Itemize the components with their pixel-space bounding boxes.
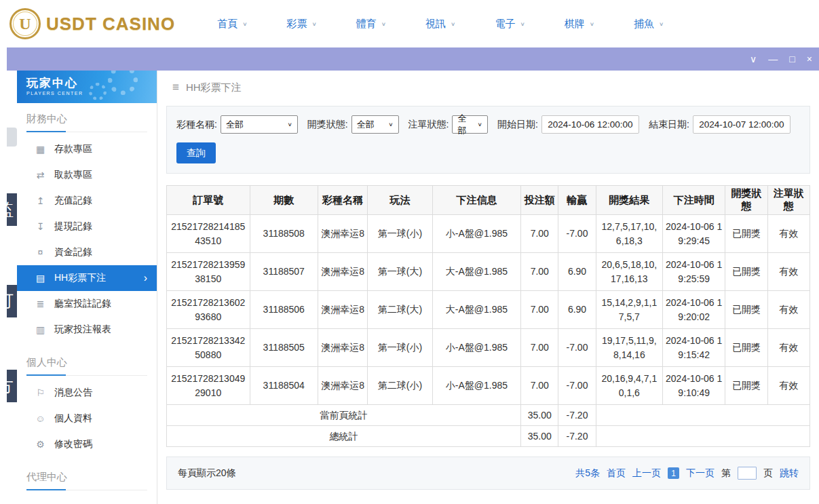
main-content: ≡ HH彩票下注 彩種名稱: 全部 ∨ 開獎狀態: 全部 ∨ — [157, 71, 819, 504]
total-summary-empty — [596, 426, 810, 447]
cell-win-loss: 6.90 — [558, 291, 596, 329]
nav-item-slots[interactable]: 電子 ∨ — [495, 18, 525, 31]
sidebar-item-deposit[interactable]: ▦ 存款專區 — [17, 136, 157, 162]
cell-lottery: 澳洲幸运8 — [318, 367, 367, 405]
col-draw-status: 開獎狀態 — [725, 186, 767, 215]
cell-period: 31188505 — [250, 329, 318, 367]
gear-icon: ⚙ — [35, 439, 46, 450]
page-summary-win-loss: -7.20 — [558, 405, 596, 426]
lottery-bet-icon: ▤ — [35, 273, 46, 284]
main-menu: 首頁 ∨ 彩票 ∨ 體育 ∨ 視訊 ∨ 電子 ∨ 棋牌 ∨ — [217, 18, 664, 31]
table-row: 2152172821304929010 31188504 澳洲幸运8 第二球(小… — [167, 367, 810, 405]
sidebar-item-player-bet-report[interactable]: ▥ 玩家投注報表 — [17, 317, 157, 343]
cell-lottery: 澳洲幸运8 — [318, 215, 367, 253]
nav-item-fishing[interactable]: 捕魚 ∨ — [634, 18, 664, 31]
bets-table: 訂單號 期數 彩種名稱 玩法 下注信息 投注額 輸贏 開獎結果 下注時間 開獎狀… — [166, 185, 810, 447]
select-value: 全部 — [457, 113, 472, 137]
lottery-name-select[interactable]: 全部 ∨ — [221, 115, 298, 134]
end-date-label: 結束日期: — [649, 119, 689, 131]
select-value: 全部 — [226, 119, 244, 131]
close-icon[interactable]: × — [807, 54, 812, 64]
end-date-input[interactable]: 2024-10-07 12:00:00 — [693, 115, 791, 134]
cell-order-status: 有效 — [767, 253, 810, 291]
jump-link[interactable]: 跳转 — [780, 467, 799, 480]
nav-item-live[interactable]: 視訊 ∨ — [425, 18, 455, 31]
player-report-icon: ▥ — [35, 324, 46, 335]
nav-label: 體育 — [356, 18, 377, 31]
page-summary-empty — [596, 405, 810, 426]
funds-record-icon: ¤ — [35, 247, 46, 258]
prev-page-link[interactable]: 上一页 — [632, 467, 661, 480]
page-number-input[interactable] — [738, 467, 757, 480]
nav-item-home[interactable]: 首頁 ∨ — [217, 18, 247, 31]
page-label-post: 页 — [763, 467, 773, 480]
cell-order-status: 有效 — [767, 367, 810, 405]
page-title: HH彩票下注 — [186, 81, 242, 94]
table-row: 2152172821418543510 31188508 澳洲幸运8 第一球(小… — [167, 215, 810, 253]
cell-draw-status: 已開獎 — [725, 291, 767, 329]
current-page-badge: 1 — [668, 467, 679, 479]
sidebar-item-withdrawal-record[interactable]: ↧ 提現記錄 — [17, 214, 157, 239]
page-summary-row: 當前頁統計 35.00 -7.20 — [167, 405, 810, 426]
draw-status-label: 開獎狀態: — [307, 119, 348, 131]
nav-item-cards[interactable]: 棋牌 ∨ — [565, 18, 594, 31]
chevron-down-icon: ∨ — [590, 21, 594, 27]
pagination-bar: 每頁顯示20條 共5条 首页 上一页 1 下一页 第 页 跳转 — [166, 457, 810, 490]
nav-item-lottery[interactable]: 彩票 ∨ — [286, 18, 316, 31]
window-titlebar[interactable]: ∨ — □ × — [7, 47, 819, 71]
cell-bet-info: 小-A盤@1.985 — [432, 215, 521, 253]
cell-play: 第一球(小) — [368, 215, 432, 253]
nav-label: 彩票 — [286, 18, 307, 31]
first-page-link[interactable]: 首页 — [607, 467, 626, 480]
chevron-right-icon: › — [144, 272, 147, 284]
cell-order-no: 2152172821395938150 — [167, 253, 250, 291]
breadcrumb: ≡ HH彩票下注 — [157, 71, 819, 104]
minimize-icon[interactable]: — — [768, 54, 778, 64]
nav-label: 電子 — [495, 18, 515, 31]
total-summary-amount: 35.00 — [521, 426, 558, 447]
sidebar-item-funds-record[interactable]: ¤ 資金記錄 — [17, 239, 157, 265]
collapse-icon[interactable]: ∨ — [750, 54, 757, 64]
personal-menu: ⚐ 消息公告 ☺ 個人資料 ⚙ 修改密碼 — [17, 380, 157, 457]
section-personal-center: 個人中心 — [26, 356, 147, 376]
hamburger-icon[interactable]: ≡ — [172, 81, 179, 94]
sidebar-item-label: 修改密碼 — [54, 438, 92, 450]
sidebar-item-recharge-record[interactable]: ↥ 充值記錄 — [17, 188, 157, 214]
sidebar-item-hall-bet-records[interactable]: ≣ 廳室投註記錄 — [17, 291, 157, 317]
cell-win-loss: 6.90 — [558, 253, 596, 291]
logo-emblem-icon: U — [9, 8, 41, 39]
col-bet-time: 下注時間 — [663, 186, 725, 215]
cell-result: 15,14,2,9,1,17,5,7 — [596, 291, 662, 329]
maximize-icon[interactable]: □ — [789, 54, 795, 64]
draw-status-select[interactable]: 全部 ∨ — [351, 115, 399, 134]
nav-item-sports[interactable]: 體育 ∨ — [356, 18, 386, 31]
sidebar-item-profile[interactable]: ☺ 個人資料 — [17, 406, 157, 431]
sidebar-item-announcements[interactable]: ⚐ 消息公告 — [17, 380, 157, 406]
sidebar-item-change-password[interactable]: ⚙ 修改密碼 — [17, 431, 157, 457]
select-value: 全部 — [357, 119, 375, 131]
background-fragment-badge: 方 — [7, 370, 17, 402]
withdraw-icon: ⇄ — [35, 170, 46, 180]
cell-lottery: 澳洲幸运8 — [318, 329, 367, 367]
order-status-select[interactable]: 全部 ∨ — [452, 115, 488, 134]
sidebar-item-withdraw[interactable]: ⇄ 取款專區 — [17, 162, 157, 188]
cell-order-no: 2152172821334250880 — [167, 329, 250, 367]
next-page-link[interactable]: 下一页 — [686, 467, 715, 480]
window-controls: ∨ — □ × — [750, 47, 812, 71]
table-row: 2152172821360293680 31188506 澳洲幸运8 第二球(大… — [167, 291, 810, 329]
cell-bet-info: 小-A盤@1.985 — [432, 367, 521, 405]
cell-win-loss: -7.00 — [558, 215, 596, 253]
cell-period: 31188504 — [250, 367, 318, 405]
nav-label: 首頁 — [217, 18, 237, 31]
table-row: 2152172821334250880 31188505 澳洲幸运8 第一球(小… — [167, 329, 810, 367]
cell-bet-time: 2024-10-06 19:29:45 — [663, 215, 725, 253]
site-logo[interactable]: U USDT CASINO — [9, 8, 175, 39]
fragment-glyph: 監 — [7, 199, 14, 220]
cell-period: 31188508 — [250, 215, 318, 253]
sidebar-item-hh-lottery-bets[interactable]: ▤ HH彩票下注 › — [17, 265, 157, 291]
player-center-window: ∨ — □ × 監 可 方 — [7, 47, 819, 504]
start-date-input[interactable]: 2024-10-06 12:00:00 — [541, 115, 639, 134]
search-button[interactable]: 查詢 — [176, 142, 216, 163]
cell-amount: 7.00 — [521, 329, 558, 367]
sidebar-item-label: 廳室投註記錄 — [54, 298, 111, 310]
